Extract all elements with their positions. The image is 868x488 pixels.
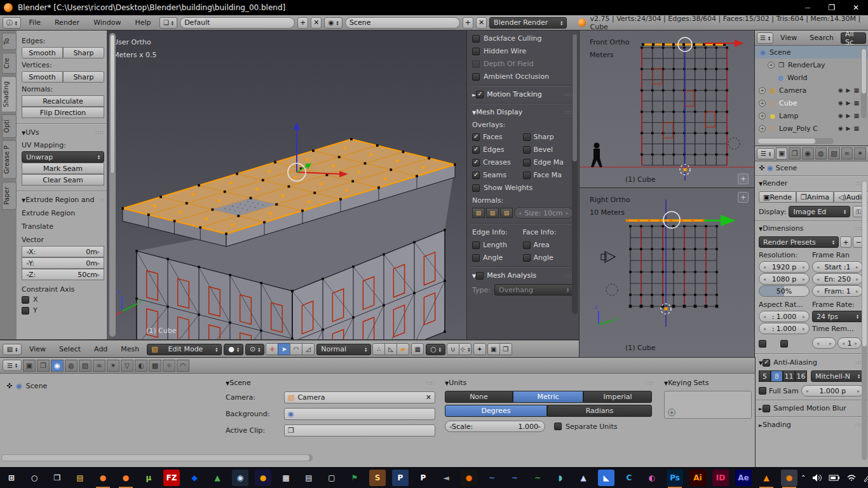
expand-icon[interactable]: +	[759, 87, 766, 94]
dimensions-panel-title[interactable]: Dimensions	[763, 224, 803, 233]
taskbar-document[interactable]: ▢	[323, 470, 340, 486]
face-normals-toggle[interactable]: ▧	[500, 208, 513, 218]
expand-icon[interactable]: +	[759, 125, 766, 132]
selectability-cursor-icon[interactable]: ▶	[846, 125, 851, 132]
translate-manipulator-button[interactable]: ➤	[278, 343, 290, 355]
tab-modifiers[interactable]: ✶	[854, 147, 866, 159]
tray-chevron-icon[interactable]: ⌃	[801, 474, 806, 481]
vector-y-field[interactable]: ◂Y:0m▸	[22, 257, 104, 269]
taskbar-filezilla[interactable]: FZ	[163, 470, 180, 486]
units-metric-button[interactable]: Metric	[513, 391, 583, 403]
expand-icon[interactable]: +	[768, 62, 775, 69]
outliner-item-world[interactable]: ◍ World	[755, 71, 868, 84]
visibility-eye-icon[interactable]: ◉	[838, 87, 843, 93]
tab-paper[interactable]: Paper	[2, 182, 17, 210]
taskbar-start[interactable]: ⊞	[3, 470, 20, 486]
unit-scale-field[interactable]: ◂Scale:1.000▸	[445, 421, 545, 432]
outliner-item-renderlayers[interactable]: + ❐ RenderLay	[755, 58, 868, 71]
taskbar-calculator[interactable]: ▦	[278, 470, 294, 486]
display-dropdown[interactable]: Image Ed▴▾	[789, 206, 850, 217]
outliner-item-lowpoly[interactable]: + ▽ Low_Poly C ◉▶▦	[755, 122, 868, 135]
pivot-dropdown[interactable]: ⊙▴▾	[245, 344, 264, 355]
taskbar-firefox-2[interactable]: ●	[118, 470, 134, 486]
front-ortho-viewport[interactable]: Front Ortho Meters (1) Cube +	[580, 30, 755, 188]
editor-type-properties-button[interactable]: ☰▴▾	[757, 148, 775, 159]
viewport-shading-dropdown[interactable]: ●▴▾	[224, 344, 243, 355]
bottom-hscrollbar[interactable]	[1, 454, 313, 461]
editor-type-properties-button[interactable]: ☰▴▾	[3, 360, 22, 371]
tab-render[interactable]: ▣	[776, 147, 788, 159]
tab-render-layers[interactable]: ❐	[789, 147, 801, 159]
ambient-occlusion-checkbox[interactable]	[472, 73, 480, 81]
tab-data[interactable]: ▽	[121, 360, 133, 372]
taskbar-explorer[interactable]: ▤	[72, 470, 88, 486]
clear-icon[interactable]: ✕	[426, 393, 431, 402]
render-panel-title[interactable]: Render	[763, 179, 787, 187]
overlay-seams-checkbox[interactable]	[472, 172, 480, 179]
tab-object[interactable]: ▧	[79, 360, 92, 372]
selectability-cursor-icon[interactable]: ▶	[846, 100, 851, 106]
axis-y-checkbox[interactable]	[22, 307, 29, 315]
add-layout-button[interactable]: +	[297, 17, 308, 29]
tab-scene[interactable]: ◉	[51, 360, 64, 372]
camera-field[interactable]: ▧Camera✕	[284, 391, 435, 403]
orientation-dropdown[interactable]: Normal▴▾	[316, 344, 371, 355]
taskbar-photoshop[interactable]: Ps	[667, 470, 683, 486]
tab-scene[interactable]: ◉	[802, 147, 814, 159]
renderability-camera-icon[interactable]: ▦	[853, 87, 859, 93]
anti-aliasing-checkbox[interactable]	[763, 359, 770, 367]
taskbar-vlc[interactable]: ▲	[758, 470, 775, 486]
scene-icon[interactable]: ◉▴▾	[324, 17, 342, 29]
taskbar-notepad[interactable]: ▤	[301, 470, 317, 486]
edge-sharp-button[interactable]: Sharp	[63, 47, 104, 58]
taskbar-google-drive[interactable]: ▲	[209, 470, 226, 486]
pin-icon[interactable]: ✜	[6, 382, 12, 390]
units-panel-title[interactable]: Units	[449, 379, 466, 387]
outliner-menu-view[interactable]: View	[775, 34, 803, 42]
keying-sets-panel-title[interactable]: Keying Sets	[668, 379, 709, 387]
crop-checkbox[interactable]	[780, 340, 788, 348]
face-area-checkbox[interactable]	[523, 241, 531, 249]
shading-panel-title[interactable]: Shading	[763, 421, 791, 429]
tab-constraints[interactable]: ∞	[841, 147, 853, 159]
overlay-edgemark-checkbox[interactable]	[523, 159, 531, 166]
aa-filter-dropdown[interactable]: Mitchell-N▴▾	[811, 370, 864, 382]
edge-length-checkbox[interactable]	[472, 241, 480, 249]
mesh-analysis-panel[interactable]: Mesh Analysis	[487, 271, 536, 280]
close-button[interactable]	[844, 0, 868, 15]
aa-samples-11[interactable]: 11	[783, 370, 795, 382]
outliner-vscrollbar[interactable]	[861, 48, 867, 118]
tool-shelf-scrollbar[interactable]	[109, 33, 116, 337]
loose-edge-normals-toggle[interactable]: ▧	[486, 208, 499, 218]
render-presets-dropdown[interactable]: Render Presets▴▾	[759, 236, 839, 248]
editor-type-3dview-button[interactable]: ▧▴▾	[3, 344, 22, 355]
tab-world[interactable]: ◍	[815, 147, 827, 159]
screen-layout-icon[interactable]: ❏▴▾	[159, 17, 178, 29]
taskbar-firefox-1[interactable]: ●	[95, 470, 111, 486]
tab-render-layers[interactable]: ❐	[37, 360, 50, 372]
layout-selector[interactable]: Default	[180, 17, 295, 29]
menu-file[interactable]: File	[24, 18, 46, 27]
units-none-button[interactable]: None	[445, 391, 513, 403]
renderability-camera-icon[interactable]: ▦	[853, 125, 859, 132]
taskbar-unity[interactable]: ◄	[438, 470, 454, 486]
vertex-normals-toggle[interactable]: ▧	[472, 208, 485, 218]
mode-dropdown[interactable]: ▧Edit Mode▴▾	[147, 344, 222, 355]
menu-mesh[interactable]: Mesh	[115, 345, 145, 353]
add-preset-button[interactable]: +	[840, 236, 851, 248]
scene-panel-title[interactable]: Scene	[229, 379, 251, 387]
overlay-bevel-checkbox[interactable]	[523, 146, 531, 154]
vertex-smooth-button[interactable]: Smooth	[22, 71, 63, 83]
taskbar-illustrator[interactable]: Ai	[689, 470, 706, 486]
overlay-creases-checkbox[interactable]	[472, 159, 480, 166]
extrude-panel-title[interactable]: Extrude Region and	[25, 196, 94, 204]
sampled-motion-blur-panel[interactable]: Sampled Motion Blur	[773, 404, 846, 412]
taskbar-lock-app[interactable]: ●	[255, 470, 271, 486]
taskbar-task-view[interactable]: ❐	[49, 470, 65, 486]
unwrap-dropdown[interactable]: Unwrap▴▾	[22, 151, 104, 163]
taskbar-arrow-app[interactable]: ◣	[598, 470, 614, 486]
tab-options[interactable]: Opti	[2, 114, 17, 138]
rotation-degrees-button[interactable]: Degrees	[445, 405, 547, 417]
flip-direction-button[interactable]: Flip Direction	[22, 107, 104, 118]
active-clip-field[interactable]: ❐	[284, 424, 435, 437]
